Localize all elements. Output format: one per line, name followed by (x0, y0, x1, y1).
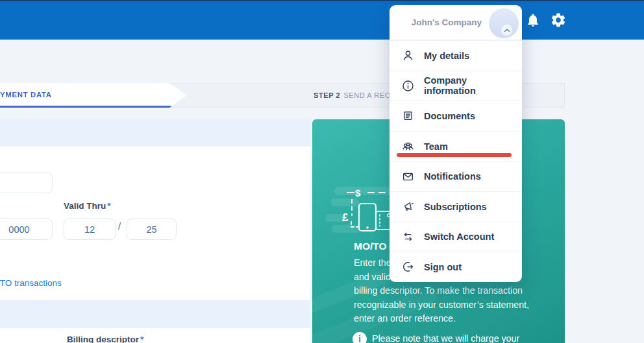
dollar-symbol: $ (355, 187, 361, 198)
team-icon (401, 139, 415, 153)
form-section-band (0, 300, 310, 328)
app-page: STEP 2 SEND A RECEIPT YMENT DATA 0000 Va… (0, 0, 644, 343)
menu-item-subscriptions[interactable]: Subscriptions (390, 191, 522, 222)
expiry-year-input[interactable]: 25 (127, 219, 177, 240)
expiry-month-value: 12 (84, 224, 95, 235)
menu-item-sign-out[interactable]: Sign out (390, 252, 522, 282)
billing-descriptor-label: Billing descriptor* (67, 335, 143, 343)
info-circle-icon: i (353, 332, 367, 343)
envelope-icon (401, 170, 415, 183)
menu-item-label: Team (424, 141, 448, 152)
form-section-header-band (0, 119, 310, 147)
moto-transactions-link[interactable]: /TO transactions (0, 278, 62, 288)
menu-item-label: Sign out (424, 262, 462, 272)
expiry-separator: / (118, 220, 121, 231)
card-holder-input[interactable] (0, 172, 53, 193)
card-number-input[interactable]: 0000 (0, 219, 53, 240)
user-icon (401, 49, 415, 62)
required-asterisk: * (107, 201, 110, 211)
expiry-year-value: 25 (146, 224, 156, 235)
card-number-value: 0000 (8, 224, 29, 235)
valid-thru-label: Valid Thru* (64, 201, 111, 211)
info-icon (401, 79, 415, 93)
menu-item-label: Notifications (424, 171, 481, 182)
menu-item-documents[interactable]: Documents (390, 101, 522, 131)
settings-gear-icon[interactable] (550, 12, 567, 29)
menu-item-label: Company information (424, 75, 510, 96)
menu-item-my-details[interactable]: My details (390, 40, 522, 71)
switch-account-icon (401, 230, 415, 244)
promo-note-text: Please note that we will charge your (372, 333, 519, 343)
step-1-label: YMENT DATA (0, 83, 52, 106)
top-navigation-bar (0, 0, 644, 40)
step-2-prefix: STEP 2 (314, 91, 340, 99)
expiry-month-input[interactable]: 12 (64, 219, 116, 240)
menu-item-company-information[interactable]: Company information (390, 71, 522, 101)
menu-item-label: Documents (424, 111, 475, 121)
account-dropdown-menu: John's Company My details Company inform… (390, 5, 522, 282)
menu-item-switch-account[interactable]: Switch Account (390, 222, 522, 252)
megaphone-icon (401, 200, 415, 213)
menu-item-label: Switch Account (424, 231, 494, 242)
window-top-edge (0, 0, 644, 1)
team-highlight-underline (397, 153, 512, 157)
pound-symbol: £ (342, 211, 349, 224)
documents-icon (401, 109, 415, 123)
step-1-tab[interactable]: YMENT DATA (0, 83, 188, 108)
required-asterisk: * (140, 335, 143, 343)
menu-item-label: Subscriptions (424, 202, 487, 212)
menu-item-label: My details (424, 51, 469, 61)
company-name: John's Company (399, 18, 482, 27)
sign-out-icon (401, 260, 415, 274)
menu-item-notifications[interactable]: Notifications (390, 161, 522, 191)
step-1-active-underline (0, 106, 188, 108)
notifications-bell-icon[interactable] (525, 12, 541, 28)
chevron-up-icon[interactable] (501, 25, 512, 36)
account-dropdown-header[interactable]: John's Company (390, 5, 522, 40)
